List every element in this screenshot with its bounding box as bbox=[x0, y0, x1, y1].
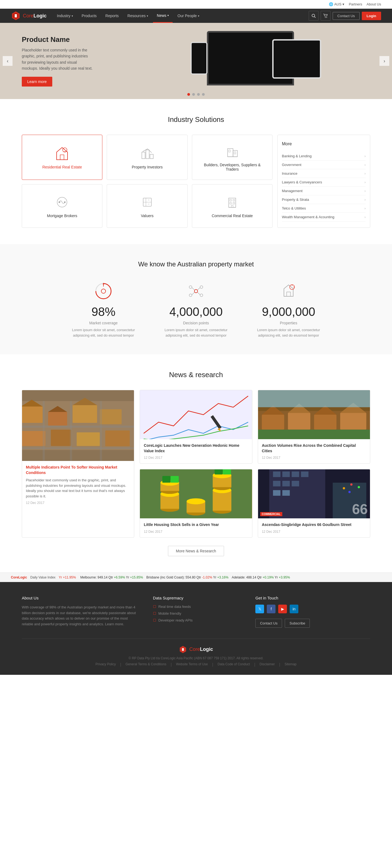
more-item-management[interactable]: Management› bbox=[282, 187, 366, 195]
hero-dot-2[interactable] bbox=[192, 93, 195, 96]
card-builders[interactable]: Builders, Developers, Suppliers & Trader… bbox=[192, 135, 272, 180]
stat-desc-coverage: Lorem ipsum dolor sit amet, consectetur … bbox=[68, 327, 139, 338]
facebook-icon[interactable]: f bbox=[267, 604, 275, 613]
footer-about-text: With coverage of 98% of the Australian p… bbox=[22, 604, 137, 627]
svg-rect-17 bbox=[234, 152, 236, 154]
more-news-button[interactable]: More News & Research bbox=[168, 546, 224, 556]
linkedin-icon[interactable]: in bbox=[290, 604, 298, 613]
logo-icon bbox=[11, 11, 21, 21]
hero-dot-4[interactable] bbox=[202, 93, 205, 96]
cart-button[interactable] bbox=[321, 11, 330, 21]
stat-icon-coverage bbox=[94, 282, 113, 301]
hero-next-button[interactable]: › bbox=[380, 56, 389, 66]
more-card: More Banking & Lending› Government› Insu… bbox=[277, 135, 370, 228]
svg-rect-11 bbox=[142, 152, 145, 159]
nav-actions: Contact Us Login bbox=[309, 11, 381, 21]
card-investors[interactable]: Property Investors bbox=[107, 135, 187, 180]
stat-icon-decision bbox=[186, 282, 206, 301]
article-auction[interactable]: Auction Volumes Rise Across the Combined… bbox=[258, 390, 370, 464]
nav-resources[interactable]: Resources ▾ bbox=[124, 9, 152, 23]
nav-news[interactable]: News ▾ bbox=[153, 9, 173, 23]
featured-body: Multiple Indicators Point To Softer Hous… bbox=[22, 461, 134, 508]
article-auction-headline: Auction Volumes Rise Across the Combined… bbox=[262, 443, 366, 454]
hero-dot-3[interactable] bbox=[197, 93, 200, 96]
youtube-icon[interactable]: ▶ bbox=[278, 604, 287, 613]
twitter-icon[interactable]: 𝕏 bbox=[255, 604, 264, 613]
learn-more-button[interactable]: Learn more bbox=[22, 77, 52, 87]
login-button[interactable]: Login bbox=[362, 12, 381, 20]
footer-about: About Us With coverage of 98% of the Aus… bbox=[22, 596, 137, 628]
stat-desc-decision: Lorem ipsum dolor sit amet, consectetur … bbox=[161, 327, 231, 338]
stat-properties: 9,000,000 Properties Lorem ipsum dolor s… bbox=[253, 282, 324, 338]
check-icon-2: ☐ bbox=[153, 612, 156, 616]
hero-dots bbox=[187, 93, 205, 96]
more-item-insurance[interactable]: Insurance› bbox=[282, 169, 366, 178]
footer-grid: About Us With coverage of 98% of the Aus… bbox=[22, 596, 370, 628]
card-valuers[interactable]: Valuers bbox=[107, 184, 187, 228]
footer-link-disclaimer[interactable]: Disclaimer bbox=[260, 662, 275, 666]
svg-point-43 bbox=[200, 294, 203, 297]
more-item-property-strata[interactable]: Property & Strata› bbox=[282, 195, 366, 204]
investors-icon bbox=[139, 145, 155, 162]
footer-link-sitemap[interactable]: Sitemap bbox=[284, 662, 297, 666]
ticker-yr-prefix: Yr +11.95% bbox=[59, 576, 76, 579]
footer-touch: Get in Touch 𝕏 f ▶ in Contact Us Subscri… bbox=[255, 596, 370, 628]
svg-rect-71 bbox=[100, 401, 102, 461]
article-hedonic[interactable]: CoreLogic Launches New Generation Hedoni… bbox=[140, 390, 252, 464]
nav-links: Industry ▾ Products Reports Resources ▾ … bbox=[53, 9, 309, 23]
more-item-telco[interactable]: Telco & Utilities› bbox=[282, 204, 366, 213]
footer-link-website-terms[interactable]: Website Terms of Use bbox=[176, 662, 208, 666]
article-stock[interactable]: Little Housing Stock Sells in a Given Ye… bbox=[140, 469, 252, 538]
card-commercial[interactable]: Commercial Real Estate bbox=[192, 184, 272, 228]
svg-line-45 bbox=[198, 288, 200, 290]
article-goulburn-image: 66 COMMERCIAL bbox=[258, 469, 370, 518]
search-button[interactable] bbox=[309, 11, 319, 21]
footer-contact-button[interactable]: Contact Us bbox=[255, 619, 282, 628]
footer-link-general-terms[interactable]: General Terms & Conditions bbox=[125, 662, 166, 666]
nav-reports[interactable]: Reports bbox=[101, 9, 122, 23]
more-item-lawyers[interactable]: Lawyers & Conveyancers› bbox=[282, 178, 366, 187]
featured-date: 12 Dec 2017 bbox=[26, 501, 130, 505]
footer-subscribe-button[interactable]: Subscribe bbox=[285, 619, 310, 628]
svg-point-40 bbox=[189, 286, 192, 288]
ticker-melbourne: Melbourne: 949.14 Qtr +6.59% Yr +15.85% bbox=[80, 576, 143, 579]
article-goulburn[interactable]: 66 COMMERCIAL Ascendas-Singbridge Aquire… bbox=[258, 469, 370, 538]
card-brokers[interactable]: Mortgage Brokers bbox=[22, 184, 102, 228]
svg-rect-67 bbox=[22, 426, 134, 428]
nav-products[interactable]: Products bbox=[78, 9, 100, 23]
article-stock-headline: Little Housing Stock Sells in a Given Ye… bbox=[144, 522, 248, 528]
footer-link-privacy[interactable]: Privacy Policy bbox=[95, 662, 116, 666]
featured-article[interactable]: Multiple Indicators Point To Softer Hous… bbox=[22, 390, 134, 538]
svg-rect-112 bbox=[301, 471, 308, 477]
more-item-banking[interactable]: Banking & Lending› bbox=[282, 152, 366, 160]
footer-logo: CoreLogic bbox=[22, 645, 370, 654]
about-link[interactable]: About Us bbox=[367, 2, 381, 6]
card-residential[interactable]: Residential Real Estate bbox=[22, 135, 102, 180]
logo[interactable]: CoreLogic bbox=[11, 11, 47, 21]
nav-people[interactable]: Our People ▾ bbox=[174, 9, 203, 23]
more-title: More bbox=[282, 139, 366, 149]
footer: About Us With coverage of 98% of the Aus… bbox=[0, 582, 392, 675]
hero-tablet bbox=[272, 39, 321, 79]
hero-images bbox=[114, 23, 392, 99]
svg-rect-117 bbox=[282, 490, 290, 496]
divider-4: | bbox=[254, 662, 255, 666]
card-valuers-label: Valuers bbox=[141, 214, 153, 218]
partners-link[interactable]: Partners bbox=[349, 2, 362, 6]
more-item-wealth[interactable]: Wealth Management & Acounting› bbox=[282, 213, 366, 221]
news-section: News & research bbox=[0, 354, 392, 572]
svg-rect-104 bbox=[171, 476, 179, 483]
featured-headline-link[interactable]: Multiple Indicators Point To Softer Hous… bbox=[26, 465, 117, 475]
hero-prev-button[interactable]: ‹ bbox=[3, 56, 12, 66]
divider-1: | bbox=[120, 662, 121, 666]
svg-rect-15 bbox=[233, 151, 237, 157]
contact-us-button[interactable]: Contact Us bbox=[333, 12, 359, 20]
footer-link-data-code[interactable]: Data Code of Conduct bbox=[217, 662, 250, 666]
hero-dot-1[interactable] bbox=[187, 93, 190, 96]
stat-label-coverage: Market coverage bbox=[89, 321, 118, 325]
region-selector[interactable]: 🌐 AUS▾ bbox=[329, 2, 344, 6]
nav-industry[interactable]: Industry ▾ bbox=[53, 9, 77, 23]
svg-line-46 bbox=[192, 292, 194, 295]
more-item-government[interactable]: Government› bbox=[282, 160, 366, 169]
svg-rect-109 bbox=[273, 471, 280, 477]
